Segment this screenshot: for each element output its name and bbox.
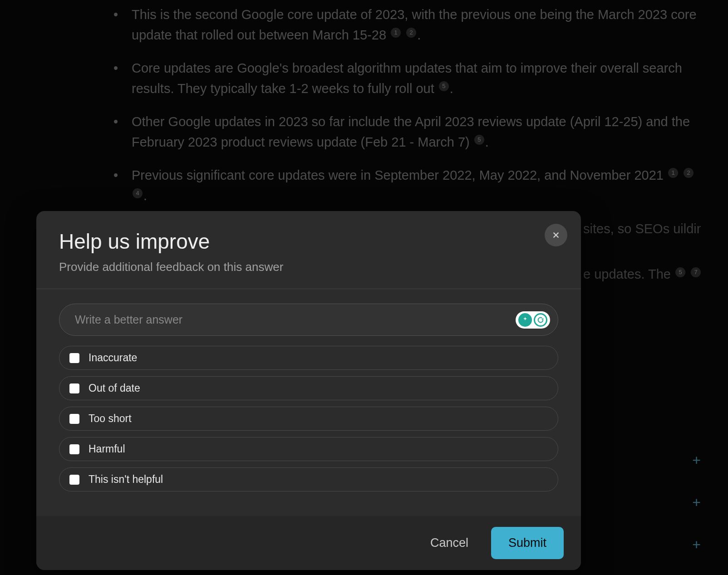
option-label: Harmful [89,443,125,455]
checkbox[interactable] [69,414,79,424]
option-label: This isn't helpful [89,473,163,486]
submit-button[interactable]: Submit [491,527,564,559]
option-label: Inaccurate [89,352,137,364]
option-label: Too short [89,413,132,425]
option-label: Out of date [89,382,140,394]
feedback-modal: Help us improve Provide additional feedb… [36,211,581,570]
options-list: InaccurateOut of dateToo shortHarmfulThi… [59,346,558,491]
modal-footer: Cancel Submit [36,516,581,570]
better-answer-input[interactable] [59,304,558,336]
modal-header: Help us improve Provide additional feedb… [36,211,581,289]
checkbox[interactable] [69,475,79,485]
modal-title: Help us improve [59,229,558,254]
feedback-option[interactable]: Harmful [59,437,558,461]
feedback-option[interactable]: This isn't helpful [59,467,558,491]
grammarly-badges [516,311,550,329]
close-button[interactable] [545,224,567,246]
close-icon [552,231,560,239]
feedback-option[interactable]: Too short [59,407,558,431]
modal-body: InaccurateOut of dateToo shortHarmfulThi… [36,289,581,516]
grammarly-icon [534,313,547,327]
cancel-button[interactable]: Cancel [426,528,473,558]
checkbox[interactable] [69,353,79,363]
modal-subtitle: Provide additional feedback on this answ… [59,260,558,274]
answer-input-wrap [59,304,558,336]
feedback-option[interactable]: Inaccurate [59,346,558,370]
checkbox[interactable] [69,383,79,393]
sparkle-icon [518,313,532,327]
feedback-option[interactable]: Out of date [59,376,558,400]
checkbox[interactable] [69,444,79,454]
